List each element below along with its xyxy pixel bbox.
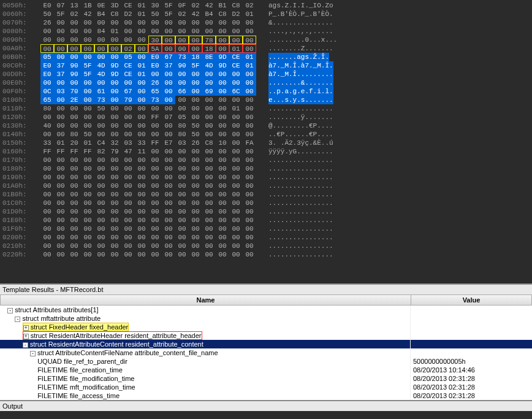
hex-byte[interactable]: 00	[121, 199, 135, 207]
hex-byte[interactable]: 00	[81, 225, 94, 233]
hex-byte[interactable]: 00	[243, 250, 256, 259]
hex-byte[interactable]: 00	[175, 250, 189, 259]
hex-byte[interactable]: 00	[148, 164, 162, 173]
hex-byte[interactable]: 00	[229, 18, 243, 27]
hex-byte[interactable]: 73	[175, 53, 189, 61]
hex-byte[interactable]: 00	[189, 44, 202, 53]
hex-byte[interactable]: 00	[189, 199, 202, 207]
hex-byte[interactable]: 00	[216, 70, 229, 79]
hex-byte[interactable]: 00	[108, 190, 121, 199]
hex-byte[interactable]: 00	[94, 233, 108, 242]
hex-byte[interactable]: 00	[162, 87, 175, 96]
hex-row[interactable]: 0100h:65002E00730079007300000000000000e.…	[2, 96, 530, 104]
hex-row[interactable]: 0120h:0000000000000000FF07050000000000..…	[2, 113, 530, 121]
hex-byte[interactable]: 00	[148, 27, 162, 36]
hex-byte[interactable]: 00	[108, 207, 121, 216]
hex-byte[interactable]: 00	[189, 190, 202, 199]
hex-byte[interactable]: 00	[121, 182, 135, 190]
hex-byte[interactable]: 00	[202, 27, 216, 36]
tree-row[interactable]: -struct Attributes attributes[1]	[0, 306, 532, 314]
hex-byte[interactable]: 00	[108, 36, 121, 44]
hex-byte[interactable]: 00	[121, 242, 135, 250]
hex-byte[interactable]: 00	[135, 190, 148, 199]
hex-byte[interactable]: 00	[94, 53, 108, 61]
hex-byte[interactable]: 00	[67, 113, 81, 121]
hex-byte[interactable]: 00	[67, 216, 81, 225]
hex-byte[interactable]: 00	[94, 199, 108, 207]
hex-byte[interactable]: 00	[135, 242, 148, 250]
hex-byte[interactable]: 00	[54, 27, 67, 36]
hex-byte[interactable]: 00	[202, 96, 216, 104]
hex-byte[interactable]: 00	[54, 79, 67, 87]
hex-byte[interactable]: 00	[162, 182, 175, 190]
hex-byte[interactable]: 00	[94, 164, 108, 173]
hex-byte[interactable]: 00	[94, 173, 108, 182]
hex-byte[interactable]: CE	[121, 70, 135, 79]
hex-byte[interactable]: 3D	[108, 1, 121, 10]
hex-byte[interactable]: 05	[175, 113, 189, 121]
hex-byte[interactable]: 00	[175, 44, 189, 53]
hex-byte[interactable]: 01	[243, 10, 256, 18]
template-results-tree[interactable]: -struct Attributes attributes[1] -struct…	[0, 306, 532, 400]
hex-row[interactable]: 01F0h:00000000000000000000000000000000..…	[2, 225, 530, 233]
hex-byte[interactable]: 9D	[108, 70, 121, 79]
hex-byte[interactable]: 00	[135, 164, 148, 173]
hex-byte[interactable]: 01	[229, 44, 243, 53]
hex-byte[interactable]: 00	[81, 156, 94, 164]
hex-byte[interactable]: 70	[67, 87, 81, 96]
hex-byte[interactable]: CE	[121, 61, 135, 70]
hex-byte[interactable]: 07	[54, 1, 67, 10]
hex-byte[interactable]: 00	[135, 207, 148, 216]
hex-byte[interactable]: 00	[243, 27, 256, 36]
hex-byte[interactable]: 00	[121, 36, 135, 44]
hex-byte[interactable]: 00	[81, 36, 94, 44]
hex-byte[interactable]: 0F	[175, 1, 189, 10]
column-header-name[interactable]: Name	[1, 295, 411, 305]
hex-byte[interactable]: 00	[54, 242, 67, 250]
hex-byte[interactable]: 65	[40, 96, 54, 104]
tree-expander-icon[interactable]: -	[15, 317, 20, 322]
hex-byte[interactable]: 00	[121, 216, 135, 225]
hex-byte[interactable]: 00	[202, 121, 216, 130]
hex-byte[interactable]: 00	[229, 233, 243, 242]
hex-byte[interactable]: 00	[148, 70, 162, 79]
hex-byte[interactable]: 00	[135, 113, 148, 121]
tree-row[interactable]: -struct ResidentAttributeContent residen…	[0, 340, 532, 348]
hex-byte[interactable]: 00	[54, 207, 67, 216]
hex-byte[interactable]: 00	[67, 225, 81, 233]
hex-byte[interactable]: 00	[108, 96, 121, 104]
hex-byte[interactable]: 00	[54, 121, 67, 130]
hex-byte[interactable]: 47	[121, 147, 135, 156]
hex-byte[interactable]: 00	[162, 216, 175, 225]
hex-row[interactable]: 00A0h:00000000000002005A00000018000100..…	[2, 44, 530, 53]
hex-byte[interactable]: 00	[67, 173, 81, 182]
hex-byte[interactable]: 00	[67, 250, 81, 259]
hex-byte[interactable]: 00	[40, 190, 54, 199]
hex-byte[interactable]: 00	[202, 113, 216, 121]
hex-byte[interactable]: 00	[54, 164, 67, 173]
hex-byte[interactable]: 00	[216, 18, 229, 27]
hex-byte[interactable]: 33	[40, 139, 54, 147]
hex-byte[interactable]: 00	[216, 207, 229, 216]
hex-byte[interactable]: 00	[229, 182, 243, 190]
hex-byte[interactable]: 00	[202, 216, 216, 225]
hex-byte[interactable]: 01	[54, 139, 67, 147]
hex-byte[interactable]: 00	[135, 225, 148, 233]
tree-row[interactable]: FILETIME file_access_time08/20/2013 02:3…	[0, 391, 532, 400]
hex-row[interactable]: 0140h:00008050000000000000805000000000..…	[2, 130, 530, 139]
hex-byte[interactable]: 00	[216, 121, 229, 130]
hex-byte[interactable]: 00	[121, 190, 135, 199]
hex-byte[interactable]: 00	[216, 87, 229, 96]
hex-byte[interactable]: 40	[40, 121, 54, 130]
hex-byte[interactable]: 67	[121, 87, 135, 96]
hex-byte[interactable]: 00	[175, 36, 189, 44]
hex-byte[interactable]: 00	[189, 164, 202, 173]
hex-byte[interactable]: 66	[175, 87, 189, 96]
hex-row[interactable]: 0180h:00000000000000000000000000000000..…	[2, 164, 530, 173]
hex-byte[interactable]: 00	[243, 130, 256, 139]
hex-byte[interactable]: 00	[81, 242, 94, 250]
hex-byte[interactable]: 00	[148, 18, 162, 27]
hex-byte[interactable]: 00	[148, 104, 162, 113]
hex-byte[interactable]: 00	[189, 79, 202, 87]
hex-row[interactable]: 00C0h:E037905F4D9DCE01E037905F4D9DCE01à7…	[2, 61, 530, 70]
